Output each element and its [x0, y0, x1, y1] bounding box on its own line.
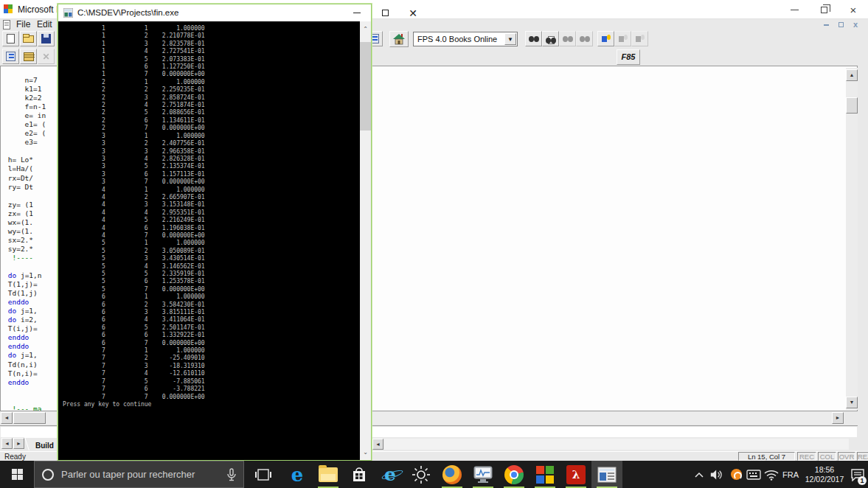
console-window-title: C:\MSDEV\Projects\fin.exe [77, 8, 178, 17]
windows-logo-icon [12, 469, 23, 480]
find-next-button[interactable] [559, 31, 576, 46]
taskbar-item-store[interactable] [344, 461, 375, 488]
action-center-button[interactable]: 1 [847, 461, 868, 488]
taskbar-item-system-monitor[interactable] [468, 461, 499, 488]
mdi-minimize-button[interactable] [820, 20, 832, 29]
f85-toggle-button[interactable]: F85 [617, 49, 640, 65]
console-scroll-thumb[interactable] [360, 42, 371, 130]
infoviewer-scope-dropdown[interactable]: FPS 4.0 Books Online ▼ [413, 32, 518, 46]
stop-build-icon: ✕ [42, 52, 49, 61]
compile-icon [6, 52, 15, 61]
prev-bookmark-icon [619, 35, 628, 43]
taskbar-item-acrobat[interactable]: λ [560, 461, 591, 488]
find-prev-button[interactable] [576, 31, 593, 46]
editor-vertical-scrollbar[interactable]: ▲ ▼ [846, 68, 858, 410]
tray-clock[interactable]: 18:56 12/02/2017 [802, 461, 847, 488]
stop-build-button[interactable]: ✕ [38, 49, 55, 64]
next-bookmark-button[interactable] [631, 31, 648, 46]
status-ready: Ready [4, 453, 26, 461]
scroll-right-icon[interactable]: ► [832, 412, 844, 424]
scroll-left-icon[interactable]: ◄ [1, 412, 13, 424]
status-rec: REC [797, 452, 816, 461]
horizontal-scroll-thumb[interactable] [13, 412, 46, 424]
wifi-icon [764, 469, 779, 481]
chevron-down-icon[interactable]: ▼ [504, 33, 516, 45]
find-prev-icon [580, 36, 590, 42]
output-tab-left-icon[interactable]: ◄ [1, 438, 13, 449]
open-file-button[interactable] [20, 31, 37, 46]
search-in-files-button[interactable] [542, 31, 559, 46]
menu-edit[interactable]: Edit [32, 19, 57, 30]
file-explorer-icon [319, 467, 338, 482]
minimize-button[interactable] [782, 0, 807, 19]
next-bookmark-icon [636, 35, 645, 43]
start-button[interactable] [0, 461, 34, 488]
taskbar-item-file-explorer[interactable] [313, 461, 344, 488]
restore-button[interactable] [811, 0, 836, 19]
tray-touch-keyboard[interactable] [745, 461, 763, 488]
notification-badge: 1 [858, 476, 867, 485]
close-button[interactable]: × [841, 0, 866, 19]
output-tab-right-icon[interactable]: ► [13, 438, 24, 449]
infoviewer-home-button[interactable] [389, 31, 409, 47]
msdev-icon [536, 466, 554, 484]
tray-volume[interactable] [708, 461, 726, 488]
binoculars-icon [529, 36, 539, 42]
taskbar: Parler ou taper pour rechercher e [0, 461, 868, 488]
new-file-button[interactable] [2, 31, 19, 46]
console-body[interactable]: 1 1 1.000000 1 2 2.210778E-01 1 3 2.8235… [58, 21, 371, 460]
compile-button[interactable] [2, 49, 19, 64]
touch-keyboard-icon [746, 470, 761, 480]
vertical-scroll-thumb[interactable] [846, 97, 858, 114]
microphone-icon[interactable] [226, 468, 237, 482]
home-icon [392, 33, 406, 45]
console-scroll-down-icon[interactable]: ⌄ [360, 447, 371, 458]
menu-file[interactable]: File [12, 19, 35, 30]
prev-bookmark-button[interactable] [614, 31, 631, 46]
tray-wifi[interactable] [763, 461, 780, 488]
bookmark-button[interactable] [597, 31, 614, 46]
taskbar-search[interactable]: Parler ou taper pour rechercher [34, 461, 244, 488]
clock-date: 12/02/2017 [805, 475, 844, 484]
taskbar-item-edge[interactable]: e [282, 461, 313, 488]
save-icon [41, 34, 51, 43]
console-window[interactable]: C:\MSDEV\Projects\fin.exe ✕ 1 1 1.000000… [58, 4, 372, 461]
console-titlebar[interactable]: C:\MSDEV\Projects\fin.exe ✕ [58, 4, 371, 21]
scroll-down-icon[interactable]: ▼ [846, 397, 858, 408]
taskbar-item-msdev[interactable] [530, 461, 560, 488]
msdev-window-title: Microsoft D [18, 4, 63, 15]
dropdown-selected-value: FPS 4.0 Books Online [417, 35, 497, 43]
save-button[interactable] [38, 31, 55, 46]
search-button[interactable] [525, 31, 542, 46]
monitor-graph-icon [473, 466, 493, 484]
taskbar-item-settings-sun[interactable] [406, 461, 437, 488]
console-close-button[interactable]: ✕ [402, 4, 424, 21]
console-minimize-button[interactable] [346, 4, 368, 21]
status-line-col: Ln 15, Col 7 [738, 452, 795, 461]
status-col: COL [818, 452, 836, 461]
taskbar-item-console-active[interactable] [591, 461, 622, 488]
clock-time: 18:56 [805, 465, 844, 475]
internet-explorer-icon: e [384, 465, 396, 484]
edge-icon: e [291, 465, 304, 484]
task-view-button[interactable] [248, 461, 279, 488]
code-editor-text: n=7 k1=1 k2=2 f=n-1 e= in e1= ( e2= ( e3… [4, 76, 46, 411]
output-scroll-left-icon[interactable]: ◄ [372, 439, 383, 450]
taskbar-item-firefox[interactable] [437, 461, 468, 488]
new-file-icon [7, 34, 15, 43]
taskbar-item-chrome[interactable] [499, 461, 530, 488]
scroll-up-icon[interactable]: ▲ [846, 69, 858, 81]
console-maximize-button[interactable] [374, 4, 396, 21]
build-button[interactable] [20, 49, 37, 64]
console-scroll-up-icon[interactable]: ⌃ [360, 24, 371, 35]
mdi-restore-button[interactable] [835, 20, 847, 29]
output-scroll-track[interactable] [384, 439, 849, 450]
mdi-close-button[interactable]: x [850, 20, 861, 29]
tray-language[interactable]: FRA [780, 461, 801, 488]
desktop-screen: Microsoft D × File Edit x [0, 0, 868, 488]
console-output: 1 1 1.000000 1 2 2.210778E-01 1 3 2.8235… [63, 25, 205, 408]
tray-show-hidden-icons[interactable] [692, 461, 706, 488]
tray-orange-app[interactable] [727, 461, 745, 488]
taskbar-item-internet-explorer[interactable]: e [375, 461, 406, 488]
console-scrollbar[interactable]: ⌃ ⌄ [360, 21, 371, 460]
